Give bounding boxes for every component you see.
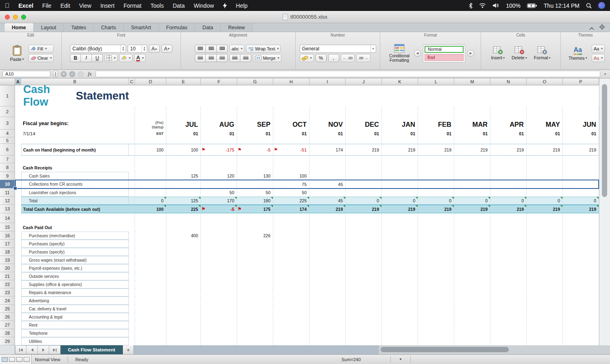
cell-L10[interactable]	[418, 180, 454, 188]
cell-K25[interactable]	[382, 305, 418, 313]
font-size-stepper-icon[interactable]: ▲▼	[142, 45, 147, 52]
format-cells-button[interactable]: Format▾	[532, 46, 553, 61]
cell-N4[interactable]: 01	[490, 130, 527, 137]
cell-C17[interactable]	[129, 240, 135, 248]
cell-E15[interactable]	[166, 223, 201, 232]
decrease-indent-button[interactable]	[229, 54, 240, 62]
cell-A13[interactable]	[15, 205, 21, 213]
cell-G18[interactable]	[237, 248, 273, 256]
cell-E13[interactable]: 225⚑	[166, 205, 201, 213]
cell-C12[interactable]	[129, 197, 135, 205]
cell-E17[interactable]	[166, 240, 201, 248]
cell-B24[interactable]: Advertising	[21, 297, 129, 305]
cell-H6[interactable]: -51	[273, 144, 309, 156]
theme-colors-button[interactable]: Aa▾	[592, 54, 605, 62]
cell-P2[interactable]	[563, 106, 599, 117]
cell-N5[interactable]	[490, 137, 527, 144]
cell-C14[interactable]	[129, 213, 135, 223]
cell-L2[interactable]	[418, 106, 454, 117]
previous-sheet-button[interactable]	[26, 345, 38, 354]
cell-C27[interactable]	[129, 321, 135, 329]
cell-O29[interactable]	[527, 337, 563, 345]
cell-J15[interactable]	[346, 223, 382, 232]
cell-D1[interactable]	[135, 85, 166, 106]
cell-M2[interactable]	[454, 106, 490, 117]
decrease-decimal-button[interactable]: .00→	[356, 54, 370, 62]
cell-I16[interactable]	[309, 232, 346, 240]
cell-P7[interactable]	[563, 156, 599, 163]
cell-E2[interactable]	[166, 106, 201, 117]
cell-P18[interactable]	[563, 248, 599, 256]
cell-F29[interactable]	[201, 337, 237, 345]
cell-F15[interactable]	[201, 223, 237, 232]
cell-K8[interactable]	[382, 163, 418, 172]
cell-G7[interactable]	[237, 156, 273, 163]
cell-B25[interactable]: Car, delivery & travel	[21, 305, 129, 313]
cell-H27[interactable]	[273, 321, 309, 329]
cell-D13[interactable]: 100	[135, 205, 166, 213]
cell-F17[interactable]	[201, 240, 237, 248]
cell-I1[interactable]	[309, 85, 346, 106]
cell-D20[interactable]	[135, 264, 166, 272]
row-header-27[interactable]: 27	[0, 321, 15, 329]
cell-L1[interactable]	[418, 85, 454, 106]
sheet-tab-cash-flow-statement[interactable]: Cash Flow Statement	[61, 345, 123, 354]
cell-D11[interactable]	[135, 188, 166, 197]
cell-B14[interactable]	[21, 213, 129, 223]
cell-D9[interactable]	[135, 172, 166, 180]
cell-F24[interactable]	[201, 297, 237, 305]
cell-O12[interactable]: 0	[527, 197, 563, 205]
cell-A17[interactable]	[15, 240, 21, 248]
cell-O19[interactable]	[527, 256, 563, 264]
cell-M8[interactable]	[454, 163, 490, 172]
cell-D14[interactable]	[135, 213, 166, 223]
cell-P26[interactable]	[563, 313, 599, 321]
column-header-N[interactable]: N	[490, 78, 527, 85]
cell-L13[interactable]: 219	[418, 205, 454, 213]
paste-button[interactable]: Paste▾	[8, 44, 26, 63]
styles-gallery-next-icon[interactable]: ▶	[467, 50, 474, 57]
row-header-8[interactable]: 8	[0, 163, 15, 172]
wrap-text-button[interactable]: Wrap Text▾	[246, 45, 281, 53]
cell-B3[interactable]: Fiscal year begins:	[21, 117, 129, 130]
cell-N14[interactable]	[490, 213, 527, 223]
cell-M26[interactable]	[454, 313, 490, 321]
cell-N21[interactable]	[490, 272, 527, 280]
cell-K23[interactable]	[382, 288, 418, 297]
cell-E9[interactable]: 125	[166, 172, 201, 180]
cell-J9[interactable]	[346, 172, 382, 180]
cell-C7[interactable]	[129, 156, 135, 163]
cell-N20[interactable]	[490, 264, 527, 272]
cell-I28[interactable]	[309, 329, 346, 337]
cell-L16[interactable]	[418, 232, 454, 240]
cell-K21[interactable]	[382, 272, 418, 280]
cell-K14[interactable]	[382, 213, 418, 223]
cell-P24[interactable]	[563, 297, 599, 305]
cell-K5[interactable]	[382, 137, 418, 144]
cell-G28[interactable]	[237, 329, 273, 337]
cell-M25[interactable]	[454, 305, 490, 313]
column-header-L[interactable]: L	[418, 78, 454, 85]
cell-P27[interactable]	[563, 321, 599, 329]
row-header-25[interactable]: 25	[0, 305, 15, 313]
font-name-stepper-icon[interactable]: ▲▼	[120, 45, 126, 52]
cell-P16[interactable]	[563, 232, 599, 240]
cell-F5[interactable]	[201, 137, 237, 144]
cell-E27[interactable]	[166, 321, 201, 329]
cell-C15[interactable]	[129, 223, 135, 232]
cell-B13[interactable]: Total Cash Available (before cash out)	[21, 205, 129, 213]
cell-P23[interactable]	[563, 288, 599, 297]
cell-F11[interactable]: 50	[201, 188, 237, 197]
cell-H20[interactable]	[273, 264, 309, 272]
cell-H2[interactable]	[273, 106, 309, 117]
custom-view-icon[interactable]	[24, 357, 30, 362]
cell-I29[interactable]	[309, 337, 346, 345]
cell-C6[interactable]	[129, 144, 135, 156]
cell-O25[interactable]	[527, 305, 563, 313]
cell-N29[interactable]	[490, 337, 527, 345]
user-avatar-icon[interactable]	[598, 2, 605, 9]
menubar-item-edit[interactable]: Edit	[60, 2, 70, 9]
cell-J24[interactable]	[346, 297, 382, 305]
cell-F9[interactable]: 120	[201, 172, 237, 180]
cell-J8[interactable]	[346, 163, 382, 172]
